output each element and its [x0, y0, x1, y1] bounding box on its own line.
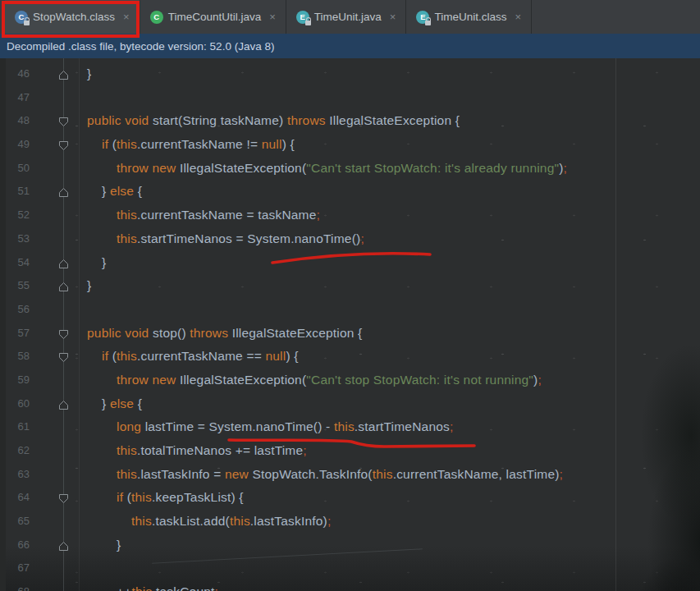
code-token: .startTimeNanos = System.nanoTime()	[137, 231, 360, 245]
code-line-68[interactable]: 68++this.taskCount;	[0, 580, 700, 591]
code-line-48[interactable]: 48public void start(String taskName) thr…	[0, 109, 700, 133]
editor-tab-bar: CStopWatch.class×CTimeCountUtil.java×ETi…	[0, 0, 700, 34]
editor-tab-timecountutil-java[interactable]: CTimeCountUtil.java×	[140, 0, 286, 34]
tab-label: StopWatch.class	[33, 11, 115, 23]
fold-close-icon[interactable]	[58, 69, 69, 80]
code-line-58[interactable]: 58if (this.currentTaskName == null) {	[0, 345, 700, 369]
line-number[interactable]: 68	[0, 580, 30, 591]
code-token: {	[134, 184, 142, 198]
code-text: if (this.currentTaskName == null) {	[0, 345, 700, 369]
code-line-50[interactable]: 50throw new IllegalStateException("Can't…	[0, 157, 700, 181]
line-number[interactable]: 57	[0, 322, 30, 346]
close-icon[interactable]: ×	[515, 11, 521, 23]
code-token: .lastTaskInfo =	[137, 467, 225, 481]
line-number[interactable]: 50	[0, 157, 30, 181]
code-token: }	[102, 396, 110, 410]
code-line-63[interactable]: 63this.lastTaskInfo = new StopWatch.Task…	[0, 463, 700, 487]
close-icon[interactable]: ×	[269, 11, 276, 23]
code-text: }	[0, 62, 700, 86]
code-line-49[interactable]: 49if (this.currentTaskName != null) {	[0, 133, 700, 157]
code-text: if (this.currentTaskName != null) {	[0, 133, 700, 157]
code-line-57[interactable]: 57public void stop() throws IllegalState…	[0, 322, 700, 346]
line-number[interactable]: 49	[0, 133, 30, 157]
code-line-61[interactable]: 61long lastTime = System.nanoTime() - th…	[0, 415, 700, 439]
code-line-52[interactable]: 52this.currentTaskName = taskName;	[0, 204, 700, 227]
code-text	[0, 86, 700, 110]
code-line-64[interactable]: 64if (this.keepTaskList) {	[0, 486, 700, 510]
lock-icon	[305, 21, 311, 25]
code-line-53[interactable]: 53this.startTimeNanos = System.nanoTime(…	[0, 227, 700, 251]
code-token: "Can't stop StopWatch: it's not running"	[306, 373, 533, 387]
fold-open-icon[interactable]	[58, 328, 69, 339]
code-text: this.startTimeNanos = System.nanoTime();	[0, 227, 700, 251]
code-line-51[interactable]: 51} else {	[0, 180, 700, 204]
fold-close-icon[interactable]	[58, 399, 69, 410]
line-number[interactable]: 66	[0, 534, 30, 557]
fold-open-icon[interactable]	[58, 116, 69, 126]
code-line-56[interactable]: 56	[0, 298, 700, 322]
code-line-65[interactable]: 65this.taskList.add(this.lastTaskInfo);	[0, 510, 700, 534]
code-token: throw new	[117, 161, 180, 175]
code-line-67[interactable]: 67	[0, 557, 700, 580]
code-token: new	[225, 467, 253, 481]
code-line-54[interactable]: 54}	[0, 251, 700, 275]
code-editor[interactable]: 46}4748public void start(String taskName…	[0, 58, 700, 591]
line-number[interactable]: 67	[0, 557, 30, 580]
line-number[interactable]: 62	[0, 439, 30, 463]
code-token: null	[265, 349, 286, 363]
code-token: throws	[190, 326, 231, 340]
line-number[interactable]: 63	[0, 463, 30, 487]
fold-open-icon[interactable]	[58, 492, 69, 503]
fold-close-icon[interactable]	[58, 540, 69, 551]
line-number[interactable]: 48	[0, 109, 30, 133]
fold-open-icon[interactable]	[58, 351, 69, 362]
code-token: if	[117, 490, 127, 504]
fold-close-icon[interactable]	[58, 186, 69, 197]
code-token: this	[131, 490, 152, 504]
code-lines: 46}4748public void start(String taskName…	[0, 62, 700, 591]
fold-open-icon[interactable]	[58, 140, 69, 150]
line-number[interactable]: 53	[0, 227, 30, 251]
code-line-59[interactable]: 59throw new IllegalStateException("Can't…	[0, 369, 700, 392]
editor-tab-timeunit-class[interactable]: ETimeUnit.class×	[406, 0, 532, 34]
code-text: public void stop() throws IllegalStateEx…	[0, 322, 700, 346]
code-line-55[interactable]: 55}	[0, 274, 700, 298]
editor-tab-timeunit-java[interactable]: ETimeUnit.java×	[286, 0, 407, 34]
code-token: this	[131, 514, 152, 528]
line-number[interactable]: 54	[0, 251, 30, 275]
fold-close-icon[interactable]	[58, 281, 69, 291]
close-icon[interactable]: ×	[123, 11, 130, 23]
class-file-icon: C	[15, 11, 28, 24]
code-token: start(String taskName)	[153, 113, 287, 127]
line-number[interactable]: 65	[0, 510, 30, 534]
code-token: }	[102, 184, 110, 198]
line-number[interactable]: 47	[0, 86, 30, 110]
line-number[interactable]: 55	[0, 274, 30, 298]
code-token: }	[102, 255, 106, 269]
ide-window: CStopWatch.class×CTimeCountUtil.java×ETi…	[0, 0, 700, 591]
line-number[interactable]: 59	[0, 369, 30, 392]
code-line-62[interactable]: 62this.totalTimeNanos += lastTime;	[0, 439, 700, 463]
line-number[interactable]: 46	[0, 62, 30, 86]
close-icon[interactable]: ×	[390, 11, 396, 23]
line-number[interactable]: 51	[0, 180, 30, 204]
code-line-60[interactable]: 60} else {	[0, 392, 700, 416]
line-number[interactable]: 60	[0, 392, 30, 416]
fold-close-icon[interactable]	[58, 258, 69, 268]
code-token: throw new	[117, 373, 180, 387]
code-line-46[interactable]: 46}	[0, 62, 700, 86]
editor-tab-stopwatch-class[interactable]: CStopWatch.class×	[5, 0, 140, 34]
enum-file-icon: E	[416, 11, 429, 24]
line-number[interactable]: 64	[0, 486, 30, 510]
line-number[interactable]: 58	[0, 345, 30, 369]
code-line-66[interactable]: 66}	[0, 534, 700, 557]
code-token: lastTime = System.nanoTime() -	[145, 419, 334, 433]
code-text: public void start(String taskName) throw…	[0, 109, 700, 133]
line-number[interactable]: 52	[0, 204, 30, 227]
line-number[interactable]: 56	[0, 298, 30, 322]
line-number[interactable]: 61	[0, 415, 30, 439]
code-line-47[interactable]: 47	[0, 86, 700, 110]
code-token: "Can't start StopWatch: it's already run…	[306, 161, 559, 175]
code-token: stop()	[153, 326, 190, 340]
code-token: StopWatch.TaskInfo(	[252, 467, 372, 481]
